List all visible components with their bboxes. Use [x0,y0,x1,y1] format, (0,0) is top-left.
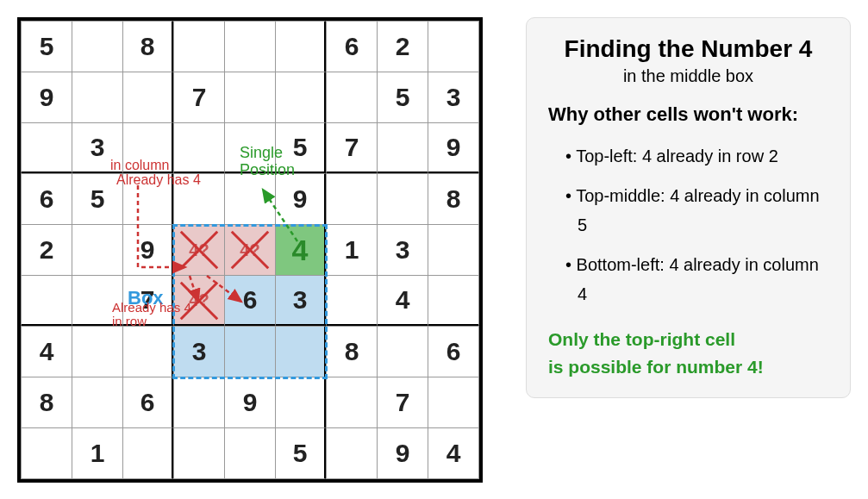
sudoku-cell [224,326,276,377]
sudoku-cell [224,122,276,174]
sudoku-cell: 4 [377,275,428,327]
sudoku-cell [377,326,428,377]
sudoku-cell [122,122,174,174]
sudoku-container: 5862975335796598294?4?41374?634438686971… [17,17,483,483]
sudoku-cell: 6 [122,377,174,428]
sudoku-cell: 8 [428,173,479,225]
sudoku-cell: 3 [377,224,428,276]
sudoku-cell [21,122,72,174]
sudoku-cell: 5 [72,173,123,225]
sudoku-cell [275,326,327,377]
sudoku-cell: 7 [122,275,174,327]
sudoku-cell: 6 [224,275,276,327]
sudoku-cell: 9 [377,427,428,479]
info-title: Finding the Number 4 [548,35,828,63]
list-item: Bottom-left: 4 already in column 4 [565,250,828,309]
sudoku-cell [72,21,123,72]
sudoku-cell [173,173,225,225]
sudoku-cell: 7 [173,72,225,123]
sudoku-cell: 2 [377,21,428,72]
sudoku-cell [72,275,123,327]
sudoku-cell: 9 [224,377,276,428]
sudoku-cell [122,72,174,123]
sudoku-cell [72,377,123,428]
sudoku-cell [377,122,428,174]
sudoku-cell [173,122,225,174]
sudoku-cell: 7 [326,122,378,174]
list-item: Top-left: 4 already in row 2 [565,141,828,171]
sudoku-cell [428,21,479,72]
sudoku-cell: 3 [173,326,225,377]
sudoku-cell: 2 [21,224,72,276]
sudoku-cell [224,173,276,225]
sudoku-cell [428,275,479,327]
info-heading: Why other cells won't work: [548,103,828,126]
sudoku-cell: 4 [275,224,327,276]
sudoku-cell [224,72,276,123]
sudoku-cell: 8 [21,377,72,428]
sudoku-cell: 5 [377,72,428,123]
sudoku-cell: 3 [275,275,327,327]
sudoku-cell [377,173,428,225]
sudoku-cell: 6 [326,21,378,72]
sudoku-cell [72,224,123,276]
sudoku-cell [326,173,378,225]
sudoku-cell: 1 [72,427,123,479]
sudoku-cell: 4? [173,224,225,276]
info-conclusion: Only the top-right cell is possible for … [548,326,828,380]
sudoku-cell [224,21,276,72]
sudoku-cell [173,21,225,72]
sudoku-cell [72,326,123,377]
sudoku-cell [21,427,72,479]
sudoku-cell [326,72,378,123]
sudoku-cell: 8 [122,21,174,72]
sudoku-cell [122,173,174,225]
sudoku-cell: 5 [275,427,327,479]
sudoku-cell [275,377,327,428]
sudoku-cell [122,326,174,377]
sudoku-cell: 4 [21,326,72,377]
sudoku-cell [428,224,479,276]
sudoku-cell [72,72,123,123]
sudoku-cell [428,377,479,428]
sudoku-cell: 3 [72,122,123,174]
info-panel: Finding the Number 4 in the middle box W… [526,17,851,398]
sudoku-cell [275,21,327,72]
sudoku-cell: 9 [122,224,174,276]
sudoku-cell [173,427,225,479]
sudoku-cell: 9 [428,122,479,174]
sudoku-cell [122,427,174,479]
sudoku-cell: 7 [377,377,428,428]
sudoku-cell: 9 [21,72,72,123]
sudoku-cell [326,377,378,428]
list-item: Top-middle: 4 already in column 5 [565,181,828,240]
info-bullet-list: Top-left: 4 already in row 2 Top-middle:… [548,141,828,309]
sudoku-cell: 4? [224,224,276,276]
info-subtitle: in the middle box [548,66,828,86]
sudoku-cell [21,275,72,327]
sudoku-cell: 4? [173,275,225,327]
sudoku-cell: 8 [326,326,378,377]
sudoku-cell: 6 [428,326,479,377]
sudoku-cell [326,275,378,327]
sudoku-cell: 1 [326,224,378,276]
sudoku-cell [224,427,276,479]
sudoku-cell [326,427,378,479]
sudoku-grid: 5862975335796598294?4?41374?634438686971… [17,17,483,483]
sudoku-cell [173,377,225,428]
sudoku-cell: 5 [21,21,72,72]
sudoku-cell: 5 [275,122,327,174]
sudoku-cell [275,72,327,123]
sudoku-cell: 9 [275,173,327,225]
sudoku-cell: 6 [21,173,72,225]
sudoku-cell: 3 [428,72,479,123]
sudoku-cell: 4 [428,427,479,479]
